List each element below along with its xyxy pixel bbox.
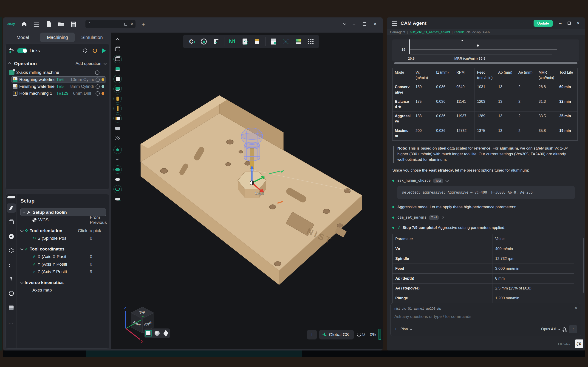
- search-clear-icon[interactable]: ×: [130, 22, 133, 26]
- table-row: Aggressive 188 0.036 11937 1289 13 2 33.…: [393, 111, 578, 126]
- tool-size: 6mm Drill: [70, 91, 94, 96]
- wcs-row[interactable]: WCS From Previous: [32, 216, 106, 224]
- workspace-tabs: Model Machining Simulation: [6, 33, 109, 42]
- global-cs-label: Global CS: [329, 332, 349, 337]
- minimize-button[interactable]: –: [353, 21, 355, 27]
- tool-call-cam-set-params[interactable]: cam_set_params Tool: [392, 215, 579, 220]
- status-bar-segment: [86, 350, 302, 357]
- viewport-3d[interactable]: ∼ C N1: [111, 33, 383, 349]
- agent-maximize-button[interactable]: [568, 22, 571, 25]
- part-canvas[interactable]: NIST: [111, 33, 383, 349]
- tool-expand-chevron-icon[interactable]: [446, 179, 449, 182]
- chart-scrollbar[interactable]: [394, 62, 578, 64]
- progress-percent: 0%: [370, 330, 376, 340]
- diag-arrow-icon: ⇗: [32, 269, 36, 274]
- rail-machine-icon[interactable]: [7, 218, 16, 227]
- model-dropdown[interactable]: Opus 4.6: [541, 327, 560, 331]
- spindle-row[interactable]: ⟲ S (Spindle Pos 0: [32, 234, 106, 242]
- tool-orientation-value: Click to pick: [78, 228, 101, 233]
- model-chevron-icon: [558, 327, 561, 330]
- operations-settings-gear-icon[interactable]: [83, 48, 87, 53]
- shaded-view-icon[interactable]: [155, 331, 160, 336]
- main-menu-button[interactable]: [33, 21, 40, 27]
- new-file-button[interactable]: [45, 21, 52, 27]
- operation-row-hole[interactable]: Hole machining 1 T#129 6mm Drill: [11, 90, 106, 97]
- rail-drill-icon[interactable]: [7, 275, 16, 284]
- iso-view-icon[interactable]: [164, 330, 168, 337]
- brand-logo-icon[interactable]: @: [575, 340, 583, 348]
- links-toggle[interactable]: [17, 48, 27, 53]
- rail-holder-icon[interactable]: [7, 303, 16, 312]
- inverse-kinematics-row[interactable]: Inverse kinematics: [20, 279, 106, 286]
- close-button[interactable]: ×: [373, 21, 377, 27]
- axis-y-row[interactable]: ⇗ Y (Axis Y Positi 0: [32, 260, 106, 268]
- send-button[interactable]: ↑: [569, 325, 577, 333]
- rail-reorder-icon[interactable]: [7, 260, 16, 269]
- tool-orientation-row[interactable]: ⟲ Tool orientation Click to pick: [20, 227, 106, 234]
- rail-flash-icon[interactable]: [7, 203, 16, 213]
- fit-view-icon[interactable]: [146, 331, 150, 335]
- crumb-file[interactable]: nist_ctc_01_asme1_ap203: [410, 30, 450, 34]
- run-operations-button[interactable]: [102, 48, 106, 53]
- window-menu-chevron-icon[interactable]: [343, 22, 346, 25]
- operation-row-finishing[interactable]: Finishing waterline 1 T#5 8mm Cylindric: [11, 83, 106, 90]
- op-visibility-circle[interactable]: [95, 91, 100, 96]
- tool-call-ask-human-choice[interactable]: ask_human_choice Tool: [392, 178, 579, 183]
- rail-dial-icon[interactable]: [7, 232, 16, 241]
- search-frame-icon[interactable]: [124, 23, 127, 26]
- tool-orientation-label: Tool orientation: [30, 228, 62, 233]
- tab-simulation[interactable]: Simulation: [75, 33, 109, 42]
- rail-more-icon[interactable]: …: [7, 317, 16, 326]
- new-file-icon: [46, 21, 52, 27]
- chart-x-title: MRR (cm³/min) 35.8: [454, 56, 485, 61]
- tool-badge: Tool: [433, 178, 443, 183]
- chat-input[interactable]: [394, 313, 577, 325]
- rail-gear-icon[interactable]: [7, 246, 16, 255]
- collapse-operations-icon[interactable]: [8, 62, 11, 65]
- op-visibility-circle[interactable]: [95, 84, 100, 89]
- add-operation-button[interactable]: Add operation: [76, 61, 106, 66]
- operation-row-roughing[interactable]: Roughing waterline 1 T#6 10mm Cylindri: [11, 76, 106, 83]
- axis-x-value: 0: [90, 254, 92, 259]
- op-visibility-circle[interactable]: [95, 77, 100, 82]
- update-button[interactable]: Update: [534, 20, 553, 27]
- regenerate-icon[interactable]: [92, 48, 98, 53]
- open-folder-button[interactable]: [58, 21, 65, 27]
- attach-button[interactable]: +: [394, 326, 397, 332]
- axes-map-row[interactable]: Axes map: [32, 286, 106, 294]
- home-button[interactable]: [21, 21, 27, 27]
- rail-handle[interactable]: [7, 196, 15, 198]
- notification-counter[interactable]: 22: [357, 330, 365, 340]
- setup-panel: … Setup Setup and toolin WCS From Previo…: [6, 194, 109, 349]
- status-bar: [3, 350, 585, 357]
- chat-scrollbar[interactable]: [583, 238, 584, 293]
- axis-y-value: 0: [90, 262, 92, 267]
- crumb-model: claude-opus-4-6: [467, 30, 490, 34]
- agent-minimize-button[interactable]: –: [559, 21, 562, 26]
- maximize-button[interactable]: [363, 22, 366, 26]
- search-box[interactable]: ×: [86, 20, 136, 28]
- new-tab-button[interactable]: +: [141, 21, 145, 27]
- global-cs-selector[interactable]: Global CS: [319, 330, 354, 340]
- add-view-button[interactable]: +: [307, 330, 317, 340]
- agent-menu-icon[interactable]: [392, 20, 397, 26]
- microphone-icon[interactable]: [563, 327, 566, 331]
- axis-x-row[interactable]: ⇗ X (Axis X Posit 0: [32, 253, 106, 260]
- tab-model[interactable]: Model: [6, 33, 40, 42]
- tool-coordinates-row[interactable]: ⇗ Tool coordinates: [20, 245, 106, 253]
- plan-dropdown[interactable]: Plan: [401, 327, 412, 331]
- remove-attachment-icon[interactable]: ×: [575, 306, 577, 311]
- rail-wheel-icon[interactable]: [7, 289, 16, 298]
- diag-arrow-icon: ⇗: [25, 247, 28, 251]
- tab-machining[interactable]: Machining: [40, 33, 75, 42]
- agent-close-button[interactable]: ×: [577, 20, 580, 26]
- machine-visibility-circle[interactable]: [95, 70, 99, 75]
- machine-row[interactable]: 3-axis milling machine: [9, 69, 106, 76]
- save-button[interactable]: [70, 21, 77, 27]
- tool-badge: Tool: [429, 215, 439, 220]
- chat-scroll-area[interactable]: 19 26.8 MRR (cm³/min) 35.8 Mode Vc (m/mi…: [387, 35, 585, 310]
- axis-z-row[interactable]: ⇗ Z (Axis Z Positi 9: [32, 268, 106, 275]
- check-icon: ✓: [397, 225, 401, 230]
- tool-expand-chevron-icon[interactable]: [441, 216, 444, 219]
- panel-handle[interactable]: [379, 329, 381, 340]
